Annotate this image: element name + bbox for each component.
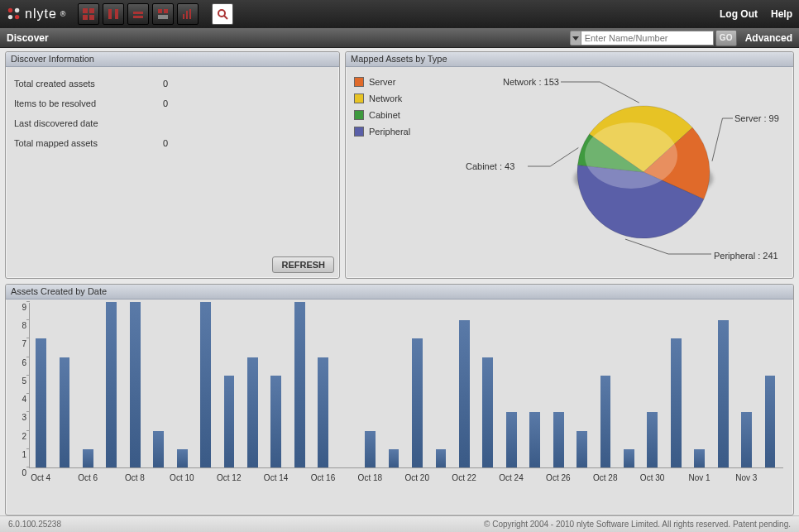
secondbar: Discover GO Advanced — [0, 28, 799, 48]
go-button[interactable]: GO — [715, 30, 737, 46]
toolbar-icon-search[interactable] — [212, 3, 233, 25]
search-dropdown[interactable] — [570, 31, 581, 46]
logo-icon — [7, 7, 22, 22]
legend-swatch — [354, 93, 364, 103]
discover-info-panel: Discover Information Total created asset… — [5, 51, 340, 279]
info-row: Total created assets0 — [14, 74, 331, 93]
bar — [412, 338, 423, 467]
svg-rect-10 — [133, 12, 143, 14]
bar — [83, 449, 93, 467]
svg-marker-20 — [572, 36, 579, 41]
svg-rect-17 — [189, 9, 191, 19]
x-tick-label: Oct 10 — [170, 473, 194, 482]
info-value: 0 — [163, 138, 168, 148]
svg-rect-6 — [83, 15, 88, 20]
pie-chart: Network : 153 Server : 99 Cabinet : 43 P… — [528, 77, 784, 276]
bar — [718, 320, 729, 467]
toolbar-icon-5[interactable] — [177, 3, 199, 25]
bar — [318, 357, 328, 467]
svg-rect-14 — [158, 15, 168, 19]
x-tick-label: Nov 1 — [688, 473, 710, 482]
svg-point-1 — [15, 8, 19, 12]
info-row: Last discovered date — [14, 113, 331, 133]
discover-info-title: Discover Information — [6, 52, 339, 67]
x-tick-label: Oct 20 — [404, 473, 428, 482]
bar — [671, 338, 682, 467]
toolbar-icon-1[interactable] — [78, 3, 99, 25]
info-value: 0 — [163, 79, 168, 89]
svg-rect-4 — [83, 8, 88, 13]
bar — [647, 412, 658, 467]
assets-by-date-panel: Assets Created by Date 0123456789 Oct 4O… — [5, 284, 794, 515]
refresh-button[interactable]: REFRESH — [272, 256, 334, 273]
info-label: Total mapped assets — [14, 138, 163, 148]
svg-rect-8 — [108, 9, 112, 19]
logout-link[interactable]: Log Out — [720, 8, 758, 20]
legend-label: Server — [369, 77, 395, 87]
bar — [200, 302, 211, 467]
x-tick-label: Nov 3 — [735, 473, 757, 482]
info-value: 0 — [163, 98, 168, 108]
legend-item: Cabinet — [354, 107, 410, 123]
svg-point-3 — [15, 15, 19, 19]
legend-item: Network — [354, 90, 410, 107]
bar — [482, 357, 493, 467]
svg-rect-13 — [164, 9, 168, 13]
advanced-link[interactable]: Advanced — [745, 32, 792, 44]
info-label: Last discovered date — [14, 118, 163, 128]
x-tick-label: Oct 30 — [640, 473, 664, 482]
brand-logo: nlyte® — [7, 7, 66, 22]
bar — [389, 449, 400, 467]
svg-rect-11 — [133, 16, 143, 18]
bar — [436, 449, 447, 467]
version-text: 6.0.100.25238 — [8, 520, 61, 529]
x-tick-label: Oct 18 — [358, 473, 382, 482]
x-tick-label: Oct 8 — [125, 473, 145, 482]
bar — [294, 302, 305, 467]
x-tick-label: Oct 28 — [593, 473, 617, 482]
toolbar-icon-4[interactable] — [152, 3, 174, 25]
pie-label-server: Server : 99 — [734, 113, 779, 123]
svg-rect-16 — [186, 11, 188, 19]
svg-rect-5 — [89, 8, 94, 13]
bar — [624, 449, 634, 467]
bar — [224, 376, 235, 467]
svg-rect-12 — [158, 9, 162, 13]
bar — [459, 320, 470, 467]
bar — [741, 412, 752, 467]
x-tick-label: Oct 12 — [217, 473, 241, 482]
svg-point-18 — [218, 10, 225, 17]
bar — [247, 357, 258, 467]
footer: 6.0.100.25238 © Copyright 2004 - 2010 nl… — [0, 515, 799, 532]
bar — [600, 376, 611, 467]
svg-rect-9 — [115, 9, 118, 19]
x-tick-label: Oct 16 — [311, 473, 335, 482]
svg-rect-15 — [183, 14, 184, 19]
svg-point-0 — [8, 8, 12, 12]
help-link[interactable]: Help — [771, 8, 792, 20]
svg-point-22 — [585, 122, 677, 189]
bar — [553, 412, 564, 467]
search-input[interactable] — [581, 31, 714, 46]
pie-label-peripheral: Peripheral : 241 — [714, 251, 778, 261]
bar — [153, 431, 164, 467]
brand-text: nlyte — [25, 7, 57, 22]
x-tick-label: Oct 26 — [546, 473, 570, 482]
toolbar-icon-2[interactable] — [103, 3, 124, 25]
legend-item: Server — [354, 74, 410, 90]
bar — [577, 431, 587, 467]
toolbar-icons — [78, 3, 233, 25]
legend-item: Peripheral — [354, 123, 410, 140]
bar — [36, 338, 46, 467]
svg-rect-7 — [89, 15, 94, 20]
bar — [177, 449, 188, 467]
info-label: Items to be resolved — [14, 98, 163, 108]
bar — [365, 431, 376, 467]
info-row: Items to be resolved0 — [14, 93, 331, 113]
pie-label-cabinet: Cabinet : 43 — [466, 161, 514, 171]
toolbar-icon-3[interactable] — [127, 3, 149, 25]
svg-point-2 — [8, 15, 12, 19]
topbar: nlyte® Log Out Help — [0, 0, 799, 28]
bar — [60, 357, 70, 467]
x-tick-label: Oct 22 — [452, 473, 476, 482]
